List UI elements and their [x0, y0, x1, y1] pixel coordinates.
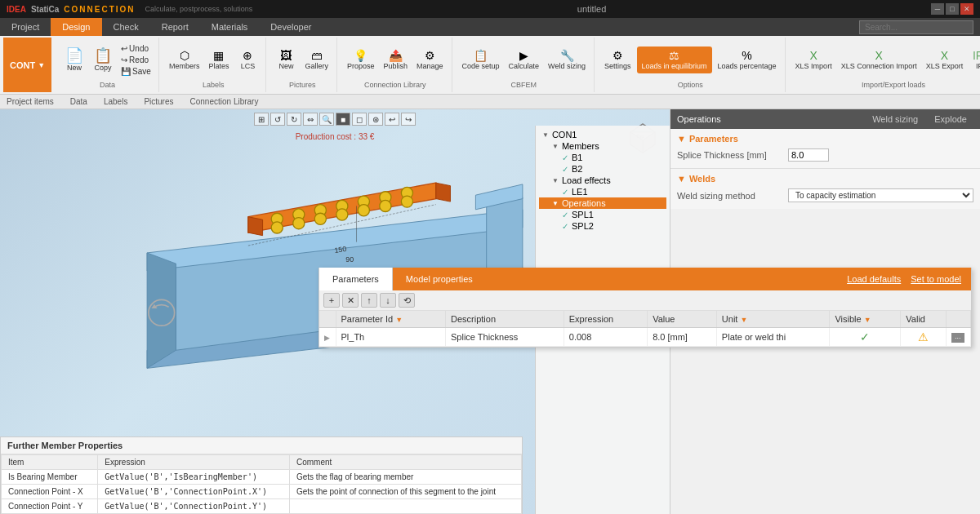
load-defaults-button[interactable]: Load defaults [847, 274, 901, 284]
sub-ribbon-pictures[interactable]: Pictures [144, 97, 173, 106]
xls-connection-import-button[interactable]: X XLS Connection Import [838, 48, 920, 72]
loads-percentage-button[interactable]: % Loads percentage [715, 48, 780, 72]
tree-spl2[interactable]: ✓ SPL2 [539, 220, 666, 232]
tree-b2-label: B2 [572, 164, 582, 174]
col-unit[interactable]: Unit ▼ [716, 311, 830, 328]
minimize-button[interactable]: ─ [931, 3, 944, 15]
tree-le1[interactable]: ✓ LE1 [539, 186, 666, 197]
sub-ribbon-connlib[interactable]: Connection Library [190, 97, 259, 106]
vp-btn-4[interactable]: ⇔ [303, 113, 318, 126]
members-button[interactable]: ⬡ Members [166, 48, 203, 72]
plates-button[interactable]: ▦ Plates [205, 48, 232, 72]
xls-conn-import-icon: X [875, 50, 883, 61]
filter-param-id-icon[interactable]: ▼ [395, 316, 403, 324]
settings-button[interactable]: ⚙ Settings [601, 48, 635, 72]
tree-b1[interactable]: ✓ B1 [539, 152, 666, 163]
svg-marker-5 [436, 183, 451, 202]
welds-section-header[interactable]: ▼ Welds [677, 174, 973, 184]
menu-tab-materials[interactable]: Materials [200, 18, 260, 36]
delete-param-button[interactable]: ✕ [342, 293, 359, 308]
menu-tab-report[interactable]: Report [150, 18, 200, 36]
params-section-header[interactable]: ▼ Parameters [677, 134, 973, 144]
vp-btn-8[interactable]: ⊛ [368, 113, 383, 126]
weld-sizing-method-select[interactable]: To capacity estimation [788, 188, 973, 202]
set-to-model-button[interactable]: Set to model [911, 274, 961, 284]
gallery-button[interactable]: 🗃 Gallery [301, 48, 332, 72]
loads-equilibrium-button[interactable]: ⚖ Loads in equilibrium [637, 47, 712, 73]
ribbon-group-connlib: 💡 Propose 📤 Publish ⚙ Manage Connection … [339, 38, 452, 92]
copy-button[interactable]: 📋 Copy [90, 47, 116, 73]
xls-import-icon: X [809, 50, 817, 61]
menu-tab-project[interactable]: Project [0, 18, 51, 36]
more-button[interactable]: ··· [951, 333, 964, 343]
tab-model-properties[interactable]: Model properties [393, 268, 486, 290]
vp-btn-5[interactable]: 🔍 [319, 113, 334, 126]
save-button[interactable]: 💾 Save [118, 66, 154, 77]
tree-load-effects[interactable]: ▼ Load effects [539, 175, 666, 186]
cont-button[interactable]: CONT ▼ [3, 38, 51, 92]
cell-param-id[interactable]: Pl_Th [336, 328, 446, 347]
new-button[interactable]: 📄 New [61, 47, 87, 73]
tree-spl1[interactable]: ✓ SPL1 [539, 209, 666, 220]
ifc-button[interactable]: IFC IFC [969, 48, 980, 72]
redo-button[interactable]: ↪ Redo [118, 55, 154, 65]
lcs-button[interactable]: ⊕ LCS [234, 48, 261, 72]
vp-btn-2[interactable]: ↺ [270, 113, 285, 126]
maximize-button[interactable]: □ [946, 3, 959, 15]
cell-expr-1: GetValue('B','ConnectionPoint.X') [98, 485, 290, 499]
window-controls[interactable]: ─ □ ✕ [931, 3, 973, 15]
tree-b2[interactable]: ✓ B2 [539, 163, 666, 175]
sub-ribbon-data[interactable]: Data [70, 97, 87, 106]
sub-ribbon-labels[interactable]: Labels [104, 97, 127, 106]
refresh-button[interactable]: ⟲ [399, 293, 415, 308]
xls-import-button[interactable]: X XLS Import [792, 48, 835, 72]
menu-tab-check[interactable]: Check [102, 18, 150, 36]
code-setup-button[interactable]: 📋 Code setup [459, 48, 503, 72]
cell-more[interactable]: ··· [947, 328, 971, 347]
filter-visible-icon[interactable]: ▼ [864, 316, 871, 324]
ribbon-group-importexport: X XLS Import X XLS Connection Import X X… [787, 38, 980, 92]
vp-btn-7[interactable]: ◻ [352, 113, 367, 126]
tree-members[interactable]: ▼ Members [539, 140, 666, 152]
undo-button[interactable]: ↩ Undo [118, 43, 154, 54]
vp-btn-3[interactable]: ↻ [287, 113, 301, 126]
close-button[interactable]: ✕ [960, 3, 973, 15]
col-param-id[interactable]: Parameter Id ▼ [336, 311, 446, 328]
vp-btn-1[interactable]: ⊞ [254, 113, 269, 126]
xls-export-icon: X [941, 50, 948, 61]
add-param-button[interactable]: + [323, 293, 340, 308]
menu-tab-developer[interactable]: Developer [259, 18, 323, 36]
move-up-button[interactable]: ↑ [361, 293, 377, 308]
propose-button[interactable]: 💡 Propose [344, 48, 378, 72]
vp-btn-6[interactable]: ■ [336, 113, 350, 126]
ribbon-group-connlib-label: Connection Library [364, 81, 426, 91]
calculate-button[interactable]: ▶ Calculate [506, 48, 543, 72]
ribbon-group-data: 📄 New 📋 Copy ↩ Undo ↪ Redo 💾 Save [56, 38, 159, 92]
publish-button[interactable]: 📤 Publish [380, 48, 411, 72]
params-section: ▼ Parameters Splice Thickness [mm] [670, 129, 980, 169]
manage-button[interactable]: ⚙ Manage [413, 48, 447, 72]
cell-expression[interactable]: 0.008 [564, 328, 647, 347]
row-expand[interactable]: ▶ [319, 328, 336, 347]
xls-export-button[interactable]: X XLS Export [923, 48, 967, 72]
tree-operations[interactable]: ▼ Operations [539, 197, 666, 209]
right-panel-tab-weld-sizing[interactable]: Weld sizing [866, 113, 924, 126]
sub-ribbon-project-items[interactable]: Project items [7, 97, 54, 106]
filter-unit-icon[interactable]: ▼ [740, 316, 747, 324]
col-visible[interactable]: Visible ▼ [830, 311, 901, 328]
tab-parameters[interactable]: Parameters [319, 268, 393, 290]
search-input[interactable] [859, 20, 973, 34]
weld-sizing-ribbon-button[interactable]: 🔧 Weld sizing [545, 48, 589, 72]
loads-percentage-icon: % [742, 50, 751, 61]
menu-tab-design[interactable]: Design [51, 18, 101, 36]
cell-visible[interactable]: ✓ [830, 328, 901, 347]
vp-btn-9[interactable]: ↩ [385, 113, 399, 126]
vp-btn-10[interactable]: ↪ [401, 113, 416, 126]
tree-check-b2: ✓ [562, 165, 568, 174]
pictures-new-button[interactable]: 🖼 New [273, 48, 299, 72]
move-down-button[interactable]: ↓ [380, 293, 396, 308]
right-panel-tab-explode[interactable]: Explode [928, 113, 973, 126]
col-expand [319, 311, 336, 328]
splice-thickness-input[interactable] [788, 148, 829, 162]
tree-con1[interactable]: ▼ CON1 [539, 129, 666, 140]
